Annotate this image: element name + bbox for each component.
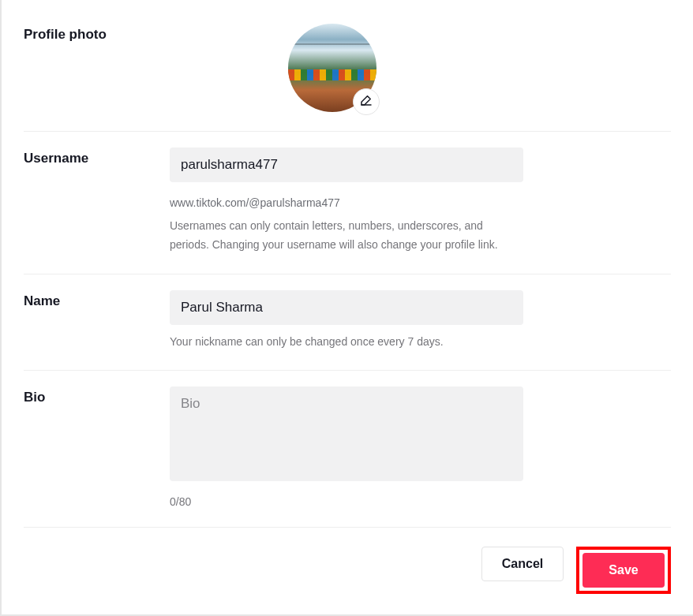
name-row: Name Your nickname can only be changed o… <box>24 290 671 371</box>
cancel-button[interactable]: Cancel <box>481 547 564 581</box>
name-input[interactable] <box>170 290 523 325</box>
profile-url: www.tiktok.com/@parulsharma477 <box>170 196 671 209</box>
profile-photo-row: Profile photo <box>24 24 671 132</box>
save-button[interactable]: Save <box>582 553 665 588</box>
username-label: Username <box>24 147 170 255</box>
name-label: Name <box>24 290 170 352</box>
name-help: Your nickname can only be changed once e… <box>170 333 523 352</box>
footer: Cancel Save <box>2 528 693 613</box>
bio-counter: 0/80 <box>170 495 671 508</box>
save-highlight: Save <box>576 547 671 594</box>
username-input[interactable] <box>170 147 523 182</box>
bio-label: Bio <box>24 386 170 508</box>
bio-row: Bio 0/80 <box>24 386 671 528</box>
edit-icon <box>359 93 373 110</box>
username-help: Usernames can only contain letters, numb… <box>170 217 523 255</box>
edit-photo-button[interactable] <box>353 88 380 115</box>
bio-textarea[interactable] <box>170 386 523 481</box>
profile-photo-label: Profile photo <box>24 24 170 112</box>
avatar-wrap <box>288 24 376 112</box>
username-row: Username www.tiktok.com/@parulsharma477 … <box>24 147 671 274</box>
